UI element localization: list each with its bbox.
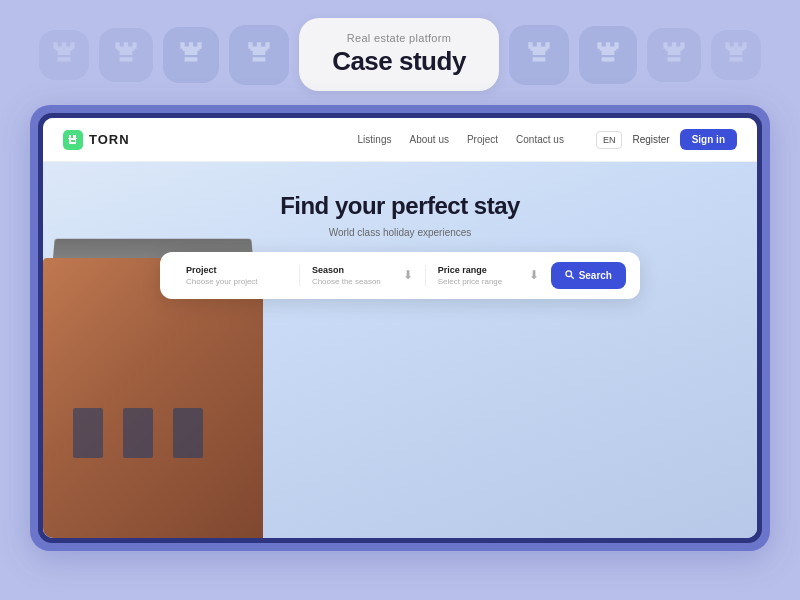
season-label: Season [312,265,403,275]
building-image [43,258,303,538]
card-title: Case study [329,46,469,77]
screen-frame: TORN Listings About us Project Contact u… [30,105,770,551]
hero-section: Find your perfect stay World class holid… [43,162,757,538]
search-button-label: Search [579,270,612,281]
top-row: Real estate platform Case study [0,0,800,105]
project-field[interactable]: Project Choose your project [174,265,300,286]
nav-listings[interactable]: Listings [358,134,392,145]
brand-name: TORN [89,132,130,147]
brand: TORN [63,130,130,150]
nav-project[interactable]: Project [467,134,498,145]
castle-icon-6 [579,26,637,84]
case-study-card: Real estate platform Case study [299,18,499,91]
nav-actions: EN Register Sign in [596,129,737,150]
hero-title: Find your perfect stay [280,192,520,221]
card-subtitle: Real estate platform [329,32,469,44]
svg-line-1 [571,277,574,280]
search-icon [565,270,575,280]
language-button[interactable]: EN [596,131,623,149]
screen-content: TORN Listings About us Project Contact u… [43,118,757,538]
screen-inner: TORN Listings About us Project Contact u… [38,113,762,543]
price-label: Price range [438,265,529,275]
nav-links: Listings About us Project Contact us [358,134,564,145]
building-window-2 [123,408,153,458]
hero-subtitle: World class holiday experiences [280,227,520,238]
brand-icon [63,130,83,150]
castle-icon-4 [229,25,289,85]
price-field[interactable]: Price range Select price range ⬇ [426,265,551,286]
castle-icon-8 [711,30,761,80]
castle-icon-2 [99,28,153,82]
search-bar: Project Choose your project Season Choos… [160,252,640,299]
navbar: TORN Listings About us Project Contact u… [43,118,757,162]
building-window-3 [173,408,203,458]
building-window-1 [73,408,103,458]
search-button[interactable]: Search [551,262,626,289]
signin-button[interactable]: Sign in [680,129,737,150]
project-label: Project [186,265,287,275]
nav-contact[interactable]: Contact us [516,134,564,145]
price-icon: ⬇ [529,268,539,282]
register-button[interactable]: Register [628,134,673,145]
hero-text: Find your perfect stay World class holid… [280,192,520,238]
season-field[interactable]: Season Choose the season ⬇ [300,265,426,286]
price-value: Select price range [438,277,529,286]
building-facade [43,258,263,538]
svg-point-0 [566,271,572,277]
castle-icon-5 [509,25,569,85]
season-icon: ⬇ [403,268,413,282]
project-value: Choose your project [186,277,287,286]
castle-icon-3 [163,27,219,83]
castle-icon-7 [647,28,701,82]
season-value: Choose the season [312,277,403,286]
castle-icon-1 [39,30,89,80]
nav-about[interactable]: About us [409,134,448,145]
